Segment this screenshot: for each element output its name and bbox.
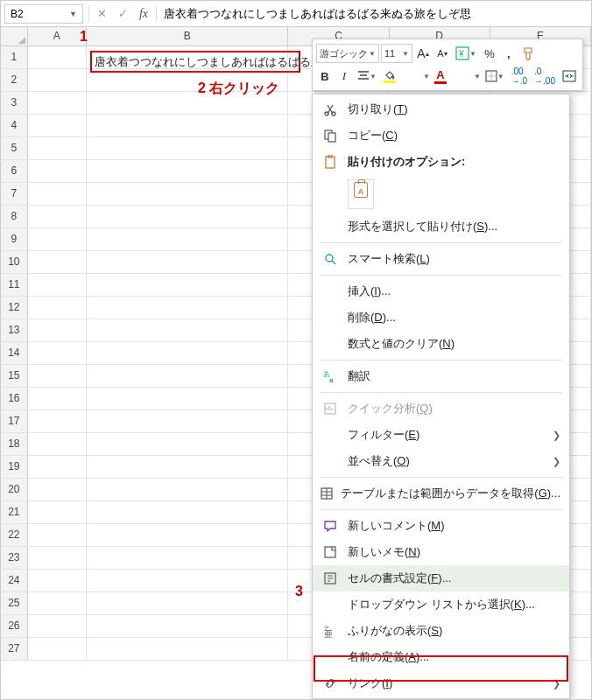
row-header[interactable]: 4 [1,115,28,136]
cell[interactable] [28,547,87,569]
bold-button[interactable]: B [316,66,334,86]
cell[interactable] [28,433,87,455]
cell[interactable] [87,501,288,523]
menu-copy[interactable]: コピー(C) [313,122,569,149]
select-all-corner[interactable] [1,27,28,46]
cell[interactable] [87,251,288,273]
menu-delete[interactable]: 削除(D)... [313,304,569,331]
menu-clear[interactable]: 数式と値のクリア(N) [313,331,569,357]
cell[interactable] [28,206,87,228]
cell[interactable] [87,319,288,341]
cell[interactable] [28,615,87,637]
cell[interactable] [87,570,288,592]
row-header[interactable]: 1 [1,46,28,68]
decrease-font-button[interactable]: A▾ [433,44,451,63]
cell[interactable] [28,319,87,341]
menu-format-cells[interactable]: セルの書式設定(F)... [313,565,569,592]
cell[interactable] [28,570,87,592]
cell[interactable] [28,388,87,410]
merge-button[interactable] [560,66,579,86]
cell[interactable] [87,137,288,159]
cell[interactable] [28,274,87,296]
fill-color-button[interactable] [381,66,398,86]
row-header[interactable]: 22 [1,524,28,546]
row-header[interactable]: 24 [1,570,28,592]
cell[interactable] [87,342,288,364]
cell[interactable] [28,92,87,114]
cell[interactable] [28,160,87,182]
cell[interactable] [87,456,288,478]
row-header[interactable]: 11 [1,274,28,296]
row-header[interactable]: 5 [1,137,28,159]
cell[interactable] [87,638,288,660]
row-header[interactable]: 12 [1,297,28,318]
cell[interactable] [28,297,87,318]
cell[interactable] [87,479,288,500]
col-header-b[interactable]: B [87,27,288,46]
row-header[interactable]: 15 [1,365,28,387]
cell[interactable] [87,297,288,318]
menu-define-name[interactable]: 名前の定義(A)... [313,644,569,670]
cell[interactable] [87,115,288,136]
row-header[interactable]: 13 [1,319,28,341]
cell[interactable] [28,592,87,614]
cell[interactable] [28,638,87,660]
row-header[interactable]: 6 [1,160,28,182]
cell[interactable] [28,410,87,432]
fx-icon[interactable]: fx [133,4,154,24]
cell[interactable] [87,183,288,205]
cell[interactable] [28,115,87,136]
borders-button[interactable]: ▼ [483,66,507,86]
format-painter-button[interactable] [519,44,539,63]
name-box[interactable]: B2 ▼ [4,4,83,24]
menu-show-furigana[interactable]: ア亜 ふりがなの表示(S) [313,618,569,644]
cell[interactable] [87,433,288,455]
row-header[interactable]: 8 [1,206,28,228]
menu-dropdown-list[interactable]: ドロップダウン リストから選択(K)... [313,592,569,618]
chevron-down-icon[interactable]: ▼ [69,10,77,18]
menu-get-data[interactable]: テーブルまたは範囲からデータを取得(G)... [313,480,569,507]
row-header[interactable]: 23 [1,547,28,569]
row-header[interactable]: 17 [1,410,28,432]
col-header-a[interactable]: A [28,27,87,46]
cell[interactable] [87,547,288,569]
cell[interactable] [87,388,288,410]
cell[interactable] [87,92,288,114]
cell[interactable] [87,410,288,432]
menu-sort[interactable]: 並べ替え(O) ❯ [313,448,569,474]
row-header[interactable]: 21 [1,501,28,523]
row-header[interactable]: 10 [1,251,28,273]
cell[interactable] [87,615,288,637]
chevron-down-icon[interactable]: ▼ [423,73,430,80]
cell[interactable] [87,592,288,614]
cell[interactable] [87,69,288,91]
cell[interactable] [87,160,288,182]
menu-paste-special[interactable]: 形式を選択して貼り付け(S)... [313,214,569,240]
accept-formula-button[interactable]: ✓ [112,4,133,24]
cell[interactable] [28,342,87,364]
row-header[interactable]: 3 [1,92,28,114]
increase-font-button[interactable]: A▴ [414,44,432,63]
row-header[interactable]: 14 [1,342,28,364]
menu-link[interactable]: リンク(I) ❯ [313,670,569,696]
row-header[interactable]: 27 [1,638,28,660]
row-header[interactable]: 16 [1,388,28,410]
increase-decimal-button[interactable]: .00→.0 [509,66,530,86]
percent-button[interactable]: % [481,44,498,63]
italic-button[interactable]: I [335,66,353,86]
paste-option-values[interactable]: A [348,179,374,209]
comma-style-button[interactable]: , [500,44,518,63]
cell[interactable] [28,137,87,159]
row-header[interactable]: 19 [1,456,28,478]
cell[interactable] [87,524,288,546]
menu-insert[interactable]: 挿入(I)... [313,278,569,304]
cell[interactable] [87,206,288,228]
menu-filter[interactable]: フィルター(E) ❯ [313,422,569,448]
menu-translate[interactable]: あa 翻訳 [313,363,569,389]
cell[interactable] [28,46,87,68]
cell[interactable] [87,46,288,68]
row-header[interactable]: 20 [1,479,28,500]
cell[interactable] [28,456,87,478]
cell[interactable] [28,69,87,91]
row-header[interactable]: 25 [1,592,28,614]
